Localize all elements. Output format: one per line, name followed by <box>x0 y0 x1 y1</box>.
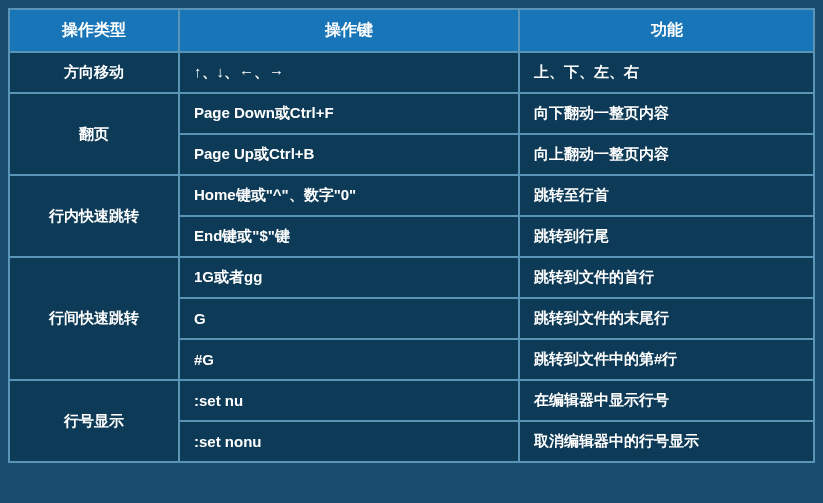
shortcut-table: 操作类型 操作键 功能 方向移动 ↑、↓、←、→ 上、下、左、右 翻页 Page… <box>8 8 815 463</box>
category-cell: 行号显示 <box>9 380 179 462</box>
func-cell: 向上翻动一整页内容 <box>519 134 814 175</box>
category-cell: 方向移动 <box>9 52 179 93</box>
table-row: 行号显示 :set nu 在编辑器中显示行号 <box>9 380 814 421</box>
key-cell: Home键或"^"、数字"0" <box>179 175 519 216</box>
key-cell: G <box>179 298 519 339</box>
func-cell: 跳转到文件的末尾行 <box>519 298 814 339</box>
table-row: 翻页 Page Down或Ctrl+F 向下翻动一整页内容 <box>9 93 814 134</box>
table-row: 行间快速跳转 1G或者gg 跳转到文件的首行 <box>9 257 814 298</box>
header-key: 操作键 <box>179 9 519 52</box>
func-cell: 向下翻动一整页内容 <box>519 93 814 134</box>
key-cell: :set nu <box>179 380 519 421</box>
table-header-row: 操作类型 操作键 功能 <box>9 9 814 52</box>
table-row: 行内快速跳转 Home键或"^"、数字"0" 跳转至行首 <box>9 175 814 216</box>
func-cell: 跳转到文件的首行 <box>519 257 814 298</box>
func-cell: 上、下、左、右 <box>519 52 814 93</box>
key-cell: Page Down或Ctrl+F <box>179 93 519 134</box>
table-row: 方向移动 ↑、↓、←、→ 上、下、左、右 <box>9 52 814 93</box>
category-cell: 翻页 <box>9 93 179 175</box>
func-cell: 取消编辑器中的行号显示 <box>519 421 814 462</box>
func-cell: 跳转到文件中的第#行 <box>519 339 814 380</box>
key-cell: End键或"$"键 <box>179 216 519 257</box>
func-cell: 在编辑器中显示行号 <box>519 380 814 421</box>
key-cell: 1G或者gg <box>179 257 519 298</box>
key-cell: #G <box>179 339 519 380</box>
category-cell: 行间快速跳转 <box>9 257 179 380</box>
func-cell: 跳转到行尾 <box>519 216 814 257</box>
key-cell: ↑、↓、←、→ <box>179 52 519 93</box>
func-cell: 跳转至行首 <box>519 175 814 216</box>
key-cell: :set nonu <box>179 421 519 462</box>
header-func: 功能 <box>519 9 814 52</box>
category-cell: 行内快速跳转 <box>9 175 179 257</box>
header-type: 操作类型 <box>9 9 179 52</box>
key-cell: Page Up或Ctrl+B <box>179 134 519 175</box>
